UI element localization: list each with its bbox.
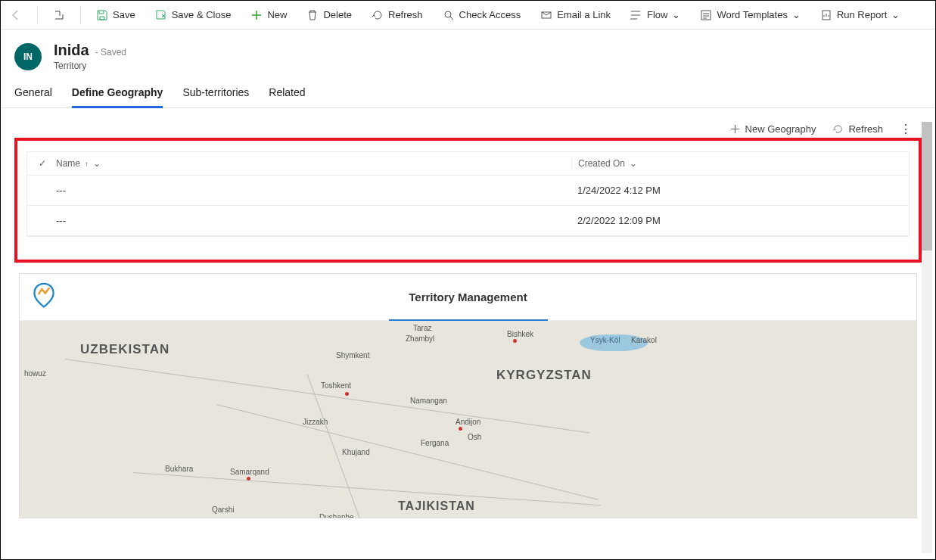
city-label: Toshkent <box>321 381 351 390</box>
column-header-created-on[interactable]: Created On ⌄ <box>571 158 904 169</box>
plus-icon <box>250 9 263 21</box>
form-tabs: General Define Geography Sub-territories… <box>1 77 935 108</box>
cell-created-on: 2/2/2022 12:09 PM <box>571 215 904 226</box>
avatar: IN <box>14 43 42 70</box>
city-label: Qarshi <box>212 506 234 514</box>
chevron-down-icon: ⌄ <box>630 158 637 169</box>
command-bar: Save Save & Close New Delete Refresh Che… <box>1 1 935 30</box>
subgrid-refresh-button[interactable]: Refresh <box>832 122 883 136</box>
chevron-down-icon: ⌄ <box>792 9 801 20</box>
geography-grid-highlight: ✓ Name ↑ ⌄ Created On ⌄ --- 1/24/2022 4:… <box>14 138 922 263</box>
refresh-icon <box>832 123 844 135</box>
scrollbar-thumb[interactable] <box>922 122 932 250</box>
territory-map-panel: Territory Management UZBEKISTAN KYRGYZST… <box>19 273 917 518</box>
word-templates-button[interactable]: Word Templates⌄ <box>695 6 804 24</box>
new-label: New <box>267 9 287 20</box>
subgrid-refresh-label: Refresh <box>848 123 883 135</box>
border-line <box>307 374 375 518</box>
map-canvas[interactable]: UZBEKISTAN KYRGYZSTAN TAJIKISTAN Bishkek… <box>20 321 916 518</box>
run-report-label: Run Report <box>837 9 887 20</box>
grid-header-row: ✓ Name ↑ ⌄ Created On ⌄ <box>27 152 909 176</box>
cell-name: --- <box>32 185 571 196</box>
city-label: Bukhara <box>165 465 193 473</box>
column-created-label: Created On <box>578 158 625 169</box>
back-button[interactable] <box>5 6 26 24</box>
city-label: Fergana <box>421 439 449 447</box>
table-row[interactable]: --- 2/2/2022 12:09 PM <box>27 206 909 236</box>
save-label: Save <box>113 9 135 20</box>
city-label: Samarqand <box>230 468 269 476</box>
arrow-left-icon <box>10 9 22 21</box>
svg-point-0 <box>445 11 451 17</box>
tab-related[interactable]: Related <box>269 82 305 107</box>
record-header: IN Inida - Saved Territory <box>1 30 935 77</box>
new-button[interactable]: New <box>246 6 291 24</box>
map-logo-icon <box>30 282 58 312</box>
check-access-button[interactable]: Check Access <box>438 6 526 24</box>
country-label-kyrgyzstan: KYRGYZSTAN <box>496 368 592 383</box>
trash-icon <box>306 9 319 21</box>
city-label: Zhambyl <box>406 334 434 343</box>
subgrid-commands: New Geography Refresh ⋮ <box>1 117 935 138</box>
check-access-label: Check Access <box>459 9 521 20</box>
open-external-button[interactable] <box>48 6 70 24</box>
report-icon <box>820 9 832 21</box>
save-icon <box>96 9 108 21</box>
select-all-checkbox[interactable]: ✓ <box>32 158 53 169</box>
save-close-icon <box>155 9 167 21</box>
city-label: Shymkent <box>336 351 369 359</box>
city-label: Taraz <box>413 324 431 332</box>
plus-icon <box>729 123 741 135</box>
refresh-icon <box>372 9 384 21</box>
delete-label: Delete <box>323 9 352 20</box>
cell-created-on: 1/24/2022 4:12 PM <box>571 185 904 196</box>
delete-button[interactable]: Delete <box>302 6 356 24</box>
open-icon <box>53 9 65 21</box>
refresh-button[interactable]: Refresh <box>367 6 428 24</box>
new-geography-button[interactable]: New Geography <box>729 122 816 136</box>
cell-name: --- <box>32 215 571 226</box>
city-dot <box>513 339 517 343</box>
email-link-button[interactable]: Email a Link <box>536 6 615 24</box>
more-commands-button[interactable]: ⋮ <box>900 122 913 136</box>
city-label: Khujand <box>342 448 370 456</box>
title-block: Inida - Saved Territory <box>54 42 126 71</box>
table-row[interactable]: --- 1/24/2022 4:12 PM <box>27 176 909 206</box>
flow-label: Flow <box>647 9 667 20</box>
run-report-button[interactable]: Run Report⌄ <box>816 6 904 24</box>
geography-grid: ✓ Name ↑ ⌄ Created On ⌄ --- 1/24/2022 4:… <box>26 151 910 237</box>
city-label: Andijon <box>456 418 480 426</box>
flow-button[interactable]: Flow⌄ <box>626 6 685 24</box>
chevron-down-icon: ⌄ <box>891 9 900 20</box>
email-icon <box>540 9 552 21</box>
tab-sub-territories[interactable]: Sub-territories <box>182 82 249 107</box>
city-label: Osh <box>468 433 481 441</box>
tab-general[interactable]: General <box>14 82 52 107</box>
search-check-icon <box>443 9 455 21</box>
sort-asc-icon: ↑ <box>85 160 89 168</box>
column-name-label: Name <box>56 158 80 169</box>
city-label: Bishkek <box>507 330 533 338</box>
save-close-button[interactable]: Save & Close <box>151 6 236 24</box>
tab-content: New Geography Refresh ⋮ ✓ Name ↑ ⌄ Creat… <box>1 108 935 518</box>
word-templates-label: Word Templates <box>717 9 787 20</box>
refresh-label: Refresh <box>388 9 423 20</box>
separator <box>80 7 81 23</box>
city-dot <box>459 427 462 431</box>
tab-define-geography[interactable]: Define Geography <box>72 82 163 108</box>
save-button[interactable]: Save <box>92 6 140 24</box>
flow-icon <box>630 9 642 21</box>
word-icon <box>700 9 712 21</box>
email-link-label: Email a Link <box>557 9 611 20</box>
save-close-label: Save & Close <box>172 9 232 20</box>
city-label: Namangan <box>410 397 447 405</box>
country-label-tajikistan: TAJIKISTAN <box>398 499 475 513</box>
page-title: Inida <box>54 42 89 59</box>
border-line <box>216 404 599 500</box>
country-label-uzbekistan: UZBEKISTAN <box>80 342 169 357</box>
column-header-name[interactable]: Name ↑ ⌄ <box>53 158 571 169</box>
map-header: Territory Management <box>20 274 916 321</box>
save-status: - Saved <box>95 47 126 58</box>
new-geography-label: New Geography <box>745 123 816 135</box>
vertical-scrollbar[interactable] <box>922 122 932 553</box>
